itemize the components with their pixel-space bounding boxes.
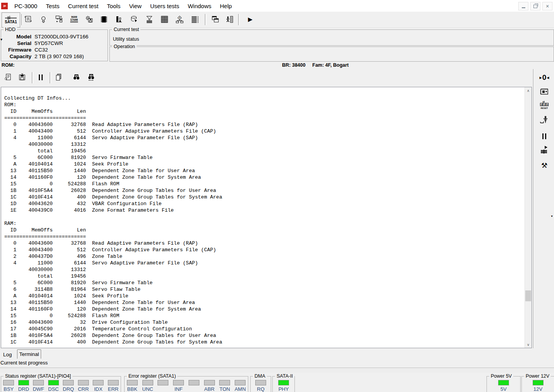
copy-pages-icon	[54, 73, 63, 81]
utility-settings-button[interactable]	[82, 12, 97, 26]
close-button[interactable]: ✕	[542, 2, 552, 10]
led-indicator	[278, 380, 289, 385]
menu-users-tests[interactable]: Users tests	[146, 1, 184, 11]
led-indicator	[204, 380, 215, 385]
exit-button[interactable]	[222, 12, 237, 26]
funnel-icon	[145, 15, 154, 24]
svg-text:0: 0	[541, 104, 542, 106]
diagnostics-button[interactable]	[36, 12, 51, 26]
scroll-down-arrow[interactable]: ∨	[525, 341, 531, 348]
tab-terminal[interactable]: Terminal	[17, 349, 41, 359]
led-label: RQ	[257, 386, 265, 392]
terminal-pane: Collecting DT Infos... ROM: ID MemOffs L…	[1, 87, 532, 348]
log-view-button[interactable]	[187, 12, 202, 26]
start-script-dropdown[interactable]: ▼	[551, 215, 553, 218]
menu-pc3000[interactable]: PC-3000	[10, 1, 42, 11]
operation-panel: Operation	[109, 47, 554, 62]
led-label: AMN	[235, 386, 246, 392]
rom-access-button[interactable]	[537, 85, 552, 98]
cascade-windows-button[interactable]	[208, 12, 223, 26]
save-log-button[interactable]	[16, 71, 29, 84]
led-label: UNC	[142, 386, 153, 392]
hdd-capacity-row: Capacity 2 TB (3 907 029 168)	[1, 54, 107, 60]
minimize-button[interactable]	[518, 2, 528, 10]
led-indicator	[533, 380, 544, 385]
led-phy: PHY	[276, 380, 291, 392]
pause-output-button[interactable]	[34, 71, 47, 84]
copy-button[interactable]	[52, 71, 65, 84]
svg-text:1: 1	[544, 104, 545, 106]
tools-button[interactable]: ⚒	[537, 159, 552, 172]
led-label: DSC	[48, 386, 59, 392]
led-indicator	[173, 380, 184, 385]
terminal-adapter-button[interactable]	[537, 114, 552, 127]
new-report-icon	[4, 73, 12, 81]
reset-drive-button[interactable]: 1 0 1 0 RESET	[537, 99, 552, 112]
led-12v: 12V	[531, 380, 545, 392]
power12-group: Power 12V 12V	[521, 376, 554, 392]
hdd-capacity-value: 2 TB (3 907 029 168)	[35, 54, 84, 60]
port-switch-button[interactable]	[52, 12, 66, 26]
filter-button[interactable]	[142, 12, 157, 26]
hdd-model-value: ST2000DL003-9VT166	[35, 34, 88, 40]
lamp-icon	[39, 15, 48, 24]
led-crr: CRR	[76, 380, 91, 392]
menu-view[interactable]: View	[125, 1, 146, 11]
run-icon: ▶	[248, 16, 253, 23]
hdd-panel-expander[interactable]: ▾	[0, 37, 2, 41]
dma-group: DMA RQ	[250, 376, 271, 392]
led-indicator	[93, 380, 104, 385]
run-test-button[interactable]: ▶	[243, 12, 258, 26]
power12-title: Power 12V	[524, 373, 551, 379]
menu-windows[interactable]: Windows	[184, 1, 216, 11]
menu-bar: 3+ PC-3000 Tests Current test Tools View…	[0, 0, 554, 12]
led-5v: 5V	[496, 380, 511, 392]
led-indicator	[3, 380, 14, 385]
terminal-output[interactable]: Collecting DT Infos... ROM: ID MemOffs L…	[4, 95, 222, 345]
drive-power-button[interactable]: ▶ 0 ◀	[537, 71, 552, 84]
find-next-button[interactable]	[85, 71, 98, 84]
status-register-group: Status register (SATA1)-[PIO4] BSYDRDDWF…	[1, 376, 121, 392]
bottom-tabs: Log Terminal	[0, 349, 554, 359]
new-log-button[interactable]	[2, 71, 15, 84]
toolbar-separator	[205, 14, 206, 25]
sector-map-button[interactable]	[157, 12, 172, 26]
pause-test-button[interactable]	[537, 130, 552, 143]
scroll-up-arrow[interactable]: ∧	[525, 87, 531, 94]
led-unlabeled	[156, 380, 170, 392]
dma-leds: RQ	[251, 380, 271, 392]
menu-tools[interactable]: Tools	[103, 1, 125, 11]
find-button[interactable]	[70, 71, 83, 84]
led-label: DWF	[33, 386, 44, 392]
rom-chip-button[interactable]	[97, 12, 111, 26]
scrollbar-thumb[interactable]	[525, 290, 531, 301]
menu-help[interactable]: Help	[216, 1, 236, 11]
menu-current-test[interactable]: Current test	[64, 1, 102, 11]
drive-resources-button[interactable]	[112, 12, 126, 26]
menu-tests[interactable]: Tests	[42, 1, 64, 11]
led-indicator	[78, 380, 89, 385]
led-indicator	[108, 380, 119, 385]
sata1-port-button[interactable]: SATA1	[2, 12, 20, 28]
restore-button[interactable]	[530, 2, 540, 10]
chip-icon	[100, 15, 108, 24]
baud-rate-button[interactable]: 9600 57600	[67, 12, 81, 26]
tab-log[interactable]: Log	[0, 351, 17, 359]
cascade-windows-icon	[211, 15, 220, 24]
drive-passport-button[interactable]	[21, 12, 35, 26]
led-label: ERR	[108, 386, 118, 392]
hdd-panel: HDD Model ST2000DL003-9VT166 Serial 5YD5…	[1, 29, 108, 61]
vertical-scrollbar[interactable]: ∧ ∨	[525, 87, 531, 348]
dma-title: DMA	[253, 373, 267, 379]
window-controls: ✕	[518, 2, 552, 10]
led-rq: RQ	[253, 380, 268, 392]
start-script-button[interactable]	[537, 143, 552, 157]
led-label: ABR	[204, 386, 215, 392]
data-export-button[interactable]	[127, 12, 142, 26]
led-indicator	[255, 380, 266, 385]
led-indicator	[235, 380, 246, 385]
test-script-button[interactable]: ?	[172, 12, 187, 26]
led-drq: DRQ	[61, 380, 76, 392]
led-dwf: DWF	[31, 380, 46, 392]
tools-icon: ⚒	[541, 161, 547, 170]
